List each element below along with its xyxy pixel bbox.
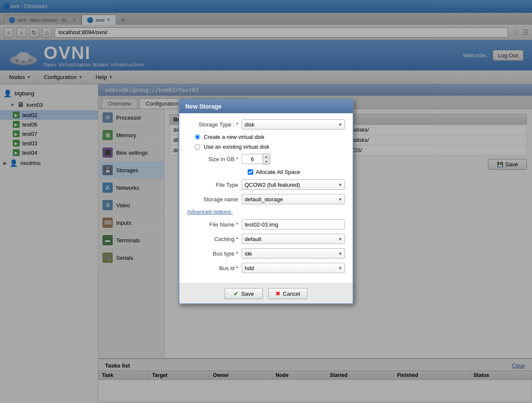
storage-name-select-wrapper: default_storage ▼ [242, 194, 345, 204]
dialog-cancel-button[interactable]: ✖ Cancel [268, 288, 307, 299]
caching-row: Caching * default none writethrough writ… [187, 234, 345, 244]
size-up-button[interactable]: ▲ [263, 154, 270, 159]
size-input-wrap: ▲ ▼ [242, 153, 270, 165]
file-type-row: File Type QCOW2 (full featured) RAW VMDK… [187, 179, 345, 190]
caching-label: Caching * [187, 236, 238, 242]
radio-use-existing[interactable] [195, 144, 200, 150]
caching-select-wrapper: default none writethrough writeback ▼ [242, 234, 345, 244]
size-down-button[interactable]: ▼ [263, 159, 270, 164]
dialog-footer: ✔ Save ✖ Cancel [179, 283, 353, 303]
file-type-label: File Type [187, 182, 238, 188]
dialog-save-button[interactable]: ✔ Save [225, 288, 263, 299]
dialog-header: New Storage [179, 100, 353, 113]
bus-id-select-wrapper: hdd hdc ▼ [242, 263, 345, 273]
bus-type-select[interactable]: ide virtio scsi sata [242, 248, 345, 259]
dialog-title: New Storage [185, 103, 222, 110]
storage-type-label: Storage Type : * [187, 121, 238, 128]
bus-id-select[interactable]: hdd hdc [242, 263, 345, 273]
advanced-options-link[interactable]: Advanced options: [187, 209, 345, 215]
caching-select[interactable]: default none writethrough writeback [242, 234, 345, 244]
size-input[interactable] [242, 154, 263, 164]
radio-create-row: Create a new virtual disk [195, 134, 345, 140]
storage-name-row: Storage name default_storage ▼ [187, 194, 345, 204]
dialog-body: Storage Type : * disk cdrom floppy ▼ Cre… [179, 113, 353, 283]
bus-type-row: Bus type * ide virtio scsi sata ▼ [187, 248, 345, 259]
file-name-input[interactable] [242, 219, 345, 229]
radio-create-label: Create a new virtual disk [204, 134, 264, 140]
radio-existing-row: Use an existing virtual disk [195, 144, 345, 150]
file-name-row: File Name * [187, 219, 345, 229]
allocate-label: Allocate All Space [256, 169, 300, 175]
new-storage-dialog: New Storage Storage Type : * disk cdrom … [178, 99, 354, 304]
bus-type-label: Bus type * [187, 250, 238, 257]
cancel-x-icon: ✖ [275, 290, 281, 297]
bus-id-row: Bus id * hdd hdc ▼ [187, 263, 345, 273]
dialog-save-label: Save [241, 291, 254, 297]
allocate-row: Allocate All Space [248, 169, 345, 175]
storage-name-select[interactable]: default_storage [242, 194, 345, 204]
modal-overlay: New Storage Storage Type : * disk cdrom … [0, 0, 532, 403]
radio-existing-label: Use an existing virtual disk [204, 144, 269, 150]
storage-name-label: Storage name [187, 196, 238, 203]
file-type-select-wrapper: QCOW2 (full featured) RAW VMDK ▼ [242, 179, 345, 190]
storage-type-row: Storage Type : * disk cdrom floppy ▼ [187, 119, 345, 129]
size-label: Size in GB * [187, 156, 238, 162]
size-spinner: ▲ ▼ [263, 153, 270, 165]
file-name-label: File Name * [187, 221, 238, 228]
storage-type-select-wrapper: disk cdrom floppy ▼ [242, 119, 345, 129]
storage-type-select[interactable]: disk cdrom floppy [242, 119, 345, 129]
bus-id-label: Bus id * [187, 265, 238, 271]
dialog-cancel-label: Cancel [283, 291, 300, 297]
file-type-select[interactable]: QCOW2 (full featured) RAW VMDK [242, 179, 345, 190]
radio-create-new[interactable] [195, 134, 200, 140]
advanced-section: Advanced options: File Name * Caching * … [187, 209, 345, 273]
save-checkmark-icon: ✔ [234, 290, 239, 297]
bus-type-select-wrapper: ide virtio scsi sata ▼ [242, 248, 345, 259]
size-row: Size in GB * ▲ ▼ [187, 153, 345, 165]
allocate-checkbox[interactable] [248, 169, 253, 175]
